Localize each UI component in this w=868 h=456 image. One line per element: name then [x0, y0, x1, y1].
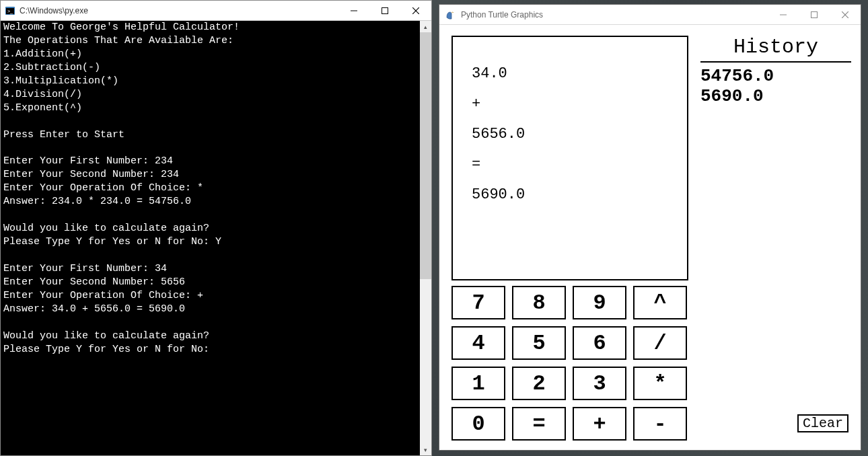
close-button[interactable] [830, 5, 861, 24]
history-title: History [700, 36, 851, 63]
console-app-icon: >_ [5, 5, 15, 16]
key-^[interactable]: ^ [633, 286, 687, 319]
display-line: 5656.0 [472, 119, 668, 149]
display-line: + [472, 89, 668, 119]
calc-display: 34.0+5656.0=5690.0 [451, 36, 688, 280]
key-5[interactable]: 5 [512, 326, 566, 360]
console-output[interactable]: Welcome To George's Helpful Calculator! … [1, 21, 431, 455]
key-6[interactable]: 6 [573, 326, 626, 360]
key-7[interactable]: 7 [451, 286, 505, 319]
keypad: 789^456/123*0=+- [451, 286, 687, 441]
scroll-thumb[interactable] [420, 32, 431, 279]
maximize-button[interactable] [369, 1, 400, 20]
svg-rect-8 [811, 11, 818, 17]
svg-text:>_: >_ [7, 9, 13, 14]
clear-button[interactable]: Clear [797, 414, 848, 432]
key-/[interactable]: / [633, 326, 687, 360]
key-9[interactable]: 9 [573, 286, 626, 319]
turtle-canvas: 34.0+5656.0=5690.0 History 54756.05690.0… [439, 25, 861, 450]
history-list: 54756.05690.0 [700, 67, 851, 107]
key-*[interactable]: * [633, 367, 687, 400]
turtle-window-controls [768, 5, 861, 24]
maximize-button[interactable] [799, 5, 830, 24]
turtle-titlebar[interactable]: Python Turtle Graphics [439, 5, 861, 25]
display-line: 5690.0 [472, 180, 668, 210]
history-panel: History 54756.05690.0 [700, 36, 851, 441]
scroll-track[interactable] [420, 32, 431, 444]
minimize-button[interactable] [338, 1, 369, 20]
key-4[interactable]: 4 [451, 326, 505, 360]
turtle-title: Python Turtle Graphics [461, 10, 768, 20]
key-2[interactable]: 2 [512, 367, 566, 400]
turtle-window: Python Turtle Graphics 34.0+5656.0=5690.… [439, 4, 861, 451]
minimize-button[interactable] [768, 5, 799, 24]
turtle-app-icon [445, 9, 456, 20]
key-0[interactable]: 0 [451, 407, 505, 441]
console-title: C:\Windows\py.exe [20, 6, 338, 15]
console-titlebar[interactable]: >_ C:\Windows\py.exe [1, 1, 431, 21]
console-scrollbar[interactable]: ▴ ▾ [420, 21, 431, 455]
close-button[interactable] [400, 1, 431, 20]
console-window-controls [338, 1, 431, 20]
key-3[interactable]: 3 [573, 367, 626, 400]
history-item: 54756.0 [700, 67, 851, 87]
key-=[interactable]: = [512, 407, 566, 441]
console-text: Welcome To George's Helpful Calculator! … [3, 22, 240, 355]
key-8[interactable]: 8 [512, 286, 566, 319]
display-line: = [472, 149, 668, 180]
key-+[interactable]: + [573, 407, 626, 441]
key--[interactable]: - [633, 407, 687, 441]
svg-rect-4 [382, 7, 388, 13]
display-line: 34.0 [472, 59, 668, 89]
scroll-up-arrow-icon[interactable]: ▴ [420, 21, 431, 32]
key-1[interactable]: 1 [451, 367, 505, 400]
scroll-down-arrow-icon[interactable]: ▾ [420, 444, 431, 455]
console-window: >_ C:\Windows\py.exe Welcome To George's… [0, 0, 432, 456]
history-item: 5690.0 [700, 87, 851, 107]
